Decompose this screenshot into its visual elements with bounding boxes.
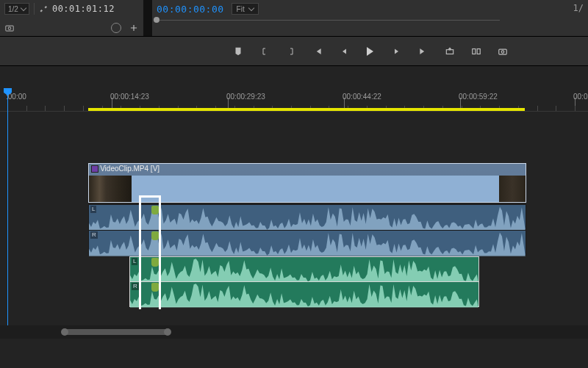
plus-icon[interactable] (129, 23, 139, 33)
wrench-icon[interactable] (39, 4, 48, 13)
source-timecode: 00:01:01:12 (52, 4, 115, 14)
program-zoom-value: Fit (237, 5, 245, 13)
ruler-timecode: 00:01:14:22 (573, 93, 588, 101)
svg-rect-0 (6, 26, 14, 31)
clip-thumbnail (89, 176, 132, 202)
program-monitor-controls: 00:00:00:00 Fit 1/ (152, 0, 588, 36)
timeline-horizontal-scrollbar[interactable] (0, 325, 588, 339)
audio-clip-a2-right[interactable]: R (129, 281, 479, 307)
svg-rect-5 (498, 49, 506, 54)
timeline-panel: :00:0000:00:14:2300:00:29:2300:00:44:220… (0, 66, 588, 339)
scrollbar-thumb[interactable] (65, 329, 168, 335)
timeline-ruler[interactable]: :00:0000:00:14:2300:00:29:2300:00:44:220… (0, 93, 588, 112)
sync-highlight-box (139, 195, 161, 309)
program-transport-bar (0, 37, 588, 66)
audio-clip-a2-left[interactable]: L (129, 256, 479, 282)
svg-rect-4 (477, 48, 480, 54)
timeline-playhead[interactable] (7, 93, 8, 325)
add-marker-button[interactable] (233, 46, 243, 57)
source-monitor-controls: 1/2 00:01:01:12 (0, 0, 143, 36)
work-area-bar[interactable] (88, 108, 525, 111)
mark-in-button[interactable] (259, 46, 270, 57)
ruler-timecode: 00:00:29:23 (226, 93, 265, 101)
svg-point-6 (501, 50, 504, 53)
source-zoom-value: 1/2 (8, 5, 18, 13)
scrubber-playhead-icon[interactable] (154, 17, 159, 23)
ruler-timecode: 00:00:14:23 (110, 93, 149, 101)
program-duration: 1/ (573, 3, 584, 13)
program-timecode[interactable]: 00:00:00:00 (157, 4, 224, 15)
play-button[interactable] (365, 46, 376, 57)
waveform-icon (130, 282, 478, 308)
export-frame-button[interactable] (498, 46, 508, 57)
program-scrubber[interactable] (157, 18, 500, 22)
svg-point-1 (8, 27, 11, 30)
chevron-down-icon (21, 4, 26, 10)
mark-out-button[interactable] (286, 46, 296, 57)
source-zoom-select[interactable]: 1/2 (4, 3, 29, 15)
chevron-down-icon (248, 4, 254, 10)
extract-button[interactable] (471, 46, 481, 57)
program-zoom-select[interactable]: Fit (232, 3, 259, 15)
video-clip-title: VideoClip.MP4 [V] (100, 165, 159, 173)
safe-margins-icon[interactable] (111, 23, 121, 33)
lift-button[interactable] (445, 46, 455, 57)
fx-badge-icon (91, 165, 98, 173)
ruler-timecode: 00:00:59:22 (459, 93, 498, 101)
divider (34, 3, 35, 15)
clip-thumbnail-end (499, 176, 526, 202)
camera-icon[interactable] (4, 23, 15, 33)
go-to-out-button[interactable] (418, 46, 429, 57)
go-to-in-button[interactable] (312, 46, 323, 57)
step-forward-button[interactable] (392, 46, 402, 57)
waveform-icon (130, 257, 478, 283)
timeline-tracks: VideoClip.MP4 [V] L R L R (0, 113, 588, 309)
ruler-timecode: 00:00:44:22 (343, 93, 381, 101)
panel-divider[interactable] (143, 0, 152, 36)
step-back-button[interactable] (339, 46, 349, 57)
svg-rect-3 (472, 48, 475, 54)
